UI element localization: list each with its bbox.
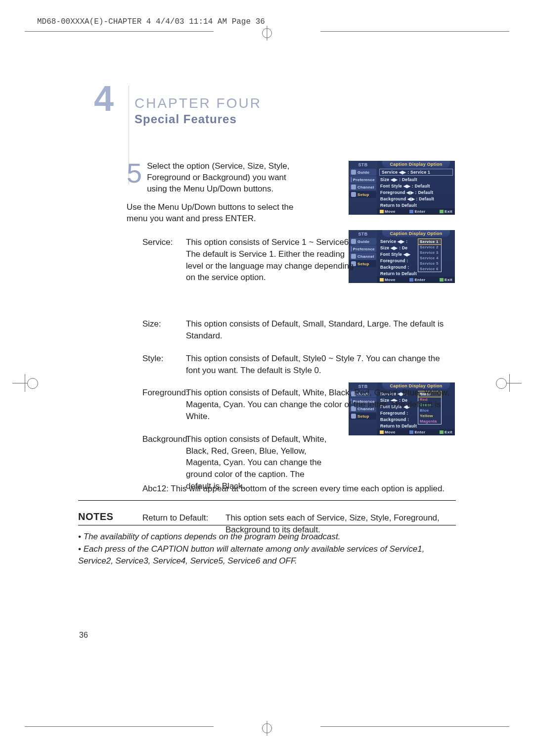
notes-body: • The availability of captions depends o… xyxy=(78,531,455,567)
osd-enter-hint: Enter xyxy=(409,209,425,214)
step-number: 5 xyxy=(127,161,142,186)
step-text-2: Use the Menu Up/Down buttons to select t… xyxy=(127,202,307,225)
page-number: 36 xyxy=(79,631,88,640)
osd-side-preference: Preference xyxy=(350,176,376,183)
section-title: Special Features xyxy=(134,112,262,126)
def-bg-label: Background: xyxy=(142,433,192,492)
def-size-label: Size: xyxy=(142,318,186,342)
def-fg-text: This option consists of Default, White, … xyxy=(186,387,455,422)
def-fg-label: Foreground: xyxy=(142,387,192,422)
divider xyxy=(78,500,456,501)
divider xyxy=(78,525,456,525)
osd-side-channel: Channel xyxy=(350,184,376,190)
def-bg-text: This option consists of Default, White, … xyxy=(186,433,329,492)
osd-title: Caption Display Option xyxy=(382,161,450,168)
osd-sidebar: STB Guide Preference Channel Setup xyxy=(349,161,377,215)
osd-side-guide: Guide xyxy=(350,169,376,176)
notes-heading: NOTES xyxy=(78,511,113,522)
channel-icon xyxy=(351,185,356,189)
def-size-text: This option consists of Default, Small, … xyxy=(186,318,455,342)
chapter-header: CHAPTER FOUR Special Features xyxy=(134,95,262,126)
osd-panel: Caption Display Option Service ◀▶ : Serv… xyxy=(377,161,455,215)
osd-screenshot-1: STB Guide Preference Channel Setup Capti… xyxy=(349,161,455,215)
note-item: • Each press of the CAPTION button will … xyxy=(78,543,455,567)
osd-move-hint: Move xyxy=(380,209,396,214)
osd-side-setup: Setup xyxy=(350,191,376,198)
osd-line-return: Return to Default xyxy=(377,202,455,208)
osd-footer: Move Enter Exit xyxy=(377,208,455,215)
crop-mark-top xyxy=(25,26,509,36)
def-service-text: This option consists of Service 1 ~ Serv… xyxy=(186,236,364,284)
osd-line-background: Background ◀▶ : Default xyxy=(377,195,455,202)
guide-icon xyxy=(351,170,356,175)
osd-exit-hint: Exit xyxy=(440,209,452,214)
osd-line-fontstyle: Font Style ◀▶ : Default xyxy=(377,183,455,189)
content-area: 4 CHAPTER FOUR Special Features 5 Select… xyxy=(25,36,509,709)
def-style-text: This option consists of Default, Style0 … xyxy=(186,353,455,377)
chapter-title: CHAPTER FOUR xyxy=(134,95,262,111)
def-service-label: Service: xyxy=(142,236,186,284)
step-text-1: Select the option (Service, Size, Style,… xyxy=(127,161,307,195)
osd-line-foreground: Foreground ◀▶ : Default xyxy=(377,189,455,195)
step-text: Select the option (Service, Size, Style,… xyxy=(127,161,307,225)
osd-line-size: Size ◀▶ : Default xyxy=(377,176,455,183)
note-item: • The availability of captions depends o… xyxy=(78,531,455,543)
osd-stb-label: STB xyxy=(349,162,377,168)
osd-title: Caption Display Option xyxy=(382,230,450,237)
osd-line-service: Service ◀▶ : Service 1 xyxy=(379,169,453,176)
def-style-label: Style: xyxy=(142,353,186,377)
chapter-number: 4 xyxy=(94,81,114,116)
sheet: MD68-00XXXA(E)-CHAPTER 4 4/4/03 11:14 AM… xyxy=(25,10,509,756)
preference-icon xyxy=(351,177,352,182)
setup-icon xyxy=(351,192,356,197)
abc-note: Abc12: This will appear at bottom of the… xyxy=(142,484,455,494)
page: MD68-00XXXA(E)-CHAPTER 4 4/4/03 11:14 AM… xyxy=(0,0,534,756)
crop-mark-bottom xyxy=(25,721,509,731)
crop-circle-icon xyxy=(262,723,272,733)
